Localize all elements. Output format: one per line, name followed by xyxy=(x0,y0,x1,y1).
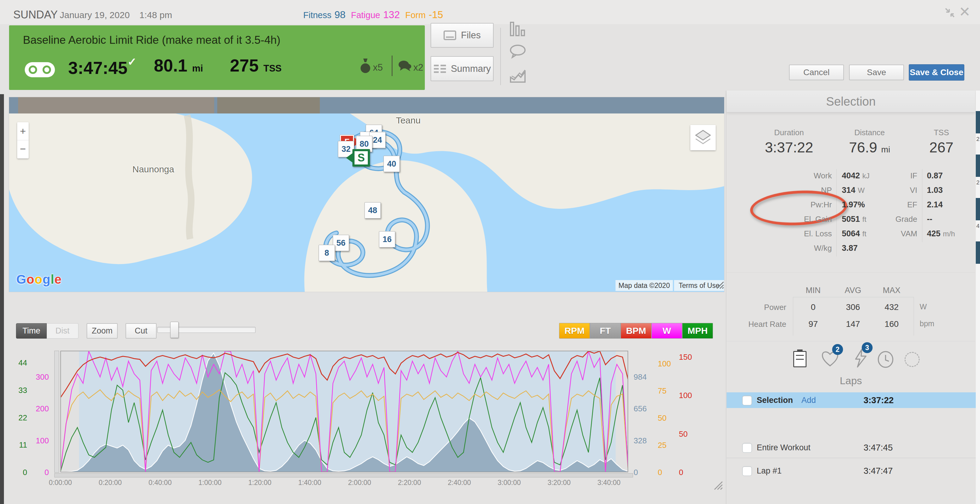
map-resize-handle[interactable] xyxy=(716,281,724,289)
channel-toggle-w[interactable]: W xyxy=(652,323,682,338)
lap1-checkbox[interactable] xyxy=(742,466,752,476)
attachments-icon[interactable] xyxy=(360,58,371,74)
x-axis-label: 1:00:00 xyxy=(190,478,230,487)
notes-tab[interactable] xyxy=(793,351,807,367)
fitness-value: 98 xyxy=(334,9,345,21)
stat-value-work: 4042kJ xyxy=(842,170,870,182)
route-map[interactable]: + − Google Map data ©2020 Terms of Use 6… xyxy=(9,97,724,292)
summary-label: Summary xyxy=(451,63,491,74)
stat-value-elloss: 5064ft xyxy=(842,228,866,239)
axis-tick-heart_rate_bpm: 150 xyxy=(679,352,698,362)
map-zoom-control[interactable]: + − xyxy=(17,122,29,158)
files-label: Files xyxy=(461,30,480,41)
chart-left-rail[interactable] xyxy=(54,351,59,473)
banner-duration: 3:47:45✓ xyxy=(68,56,137,78)
banner-tss: 275 TSS xyxy=(230,56,282,75)
lap-row-1[interactable]: Lap #1 3:47:47 xyxy=(727,463,980,479)
extra-metric-tab[interactable] xyxy=(905,352,920,367)
axis-tick-cadence_rpm: 0 xyxy=(658,467,676,477)
workout-graph[interactable] xyxy=(60,351,628,472)
stat-value-wkg: 3.87 xyxy=(842,242,858,254)
page-time: 1:48 pm xyxy=(139,10,172,20)
stat-value-grade: -- xyxy=(927,213,932,225)
google-logo[interactable]: Google xyxy=(16,272,62,287)
chart-bottom-rail[interactable] xyxy=(54,473,633,477)
stat-value-vam: 425m/h xyxy=(927,228,955,239)
channel-toggle-mph[interactable]: MPH xyxy=(682,323,713,338)
map-mile-marker-56[interactable]: 56 xyxy=(333,235,349,251)
selection-row-label: Selection xyxy=(757,392,793,408)
axis-tick-power_w: 200 xyxy=(30,404,49,413)
bolt-badge: 3 xyxy=(862,342,873,353)
page-day: SUNDAY xyxy=(13,8,57,21)
files-button[interactable]: Files xyxy=(431,23,494,48)
cut-button[interactable]: Cut xyxy=(126,323,157,339)
lap-row-selection[interactable]: Selection Add 3:37:22 xyxy=(727,392,980,408)
lap-row-entire-workout[interactable]: Entire Workout 3:47:45 xyxy=(727,439,980,456)
map-mile-marker-16[interactable]: 16 xyxy=(379,231,395,247)
channel-toggle-bpm[interactable]: BPM xyxy=(621,323,651,338)
heartrate-unit: bpm xyxy=(920,319,934,328)
heartrate-max: 160 xyxy=(875,319,908,330)
fitness-label: Fitness xyxy=(303,10,331,20)
map-mile-marker-8[interactable]: 8 xyxy=(319,245,335,261)
map-layers-control[interactable] xyxy=(690,125,716,150)
map-mile-marker-48[interactable]: 48 xyxy=(364,202,381,219)
stat-label-work: Work xyxy=(742,170,832,182)
fatigue-label: Fatigue xyxy=(351,10,380,20)
toolbar-divider xyxy=(500,28,501,85)
stat-label-pwhr: Pw:Hr xyxy=(742,199,832,211)
stat-label-vam: VAM xyxy=(870,228,917,239)
comments-icon[interactable] xyxy=(398,59,412,72)
stat-value-ef: 2.14 xyxy=(927,199,943,211)
x-axis-label: 2:00:00 xyxy=(340,478,379,487)
selection-checkbox[interactable] xyxy=(742,396,752,405)
axis-tick-speed_mph: 11 xyxy=(9,440,27,450)
summary-button[interactable]: Summary xyxy=(431,56,494,81)
stats-right-divider xyxy=(922,169,923,242)
pace-tab[interactable] xyxy=(877,351,894,368)
x-axis-label: 1:40:00 xyxy=(290,478,329,487)
map-start-marker[interactable]: S xyxy=(352,149,370,167)
banner-distance: 80.1 mi xyxy=(154,56,203,75)
workout-banner[interactable]: Baseline Aerobic Limit Ride (make meat o… xyxy=(9,26,425,90)
selection-add-link[interactable]: Add xyxy=(801,392,816,408)
axis-tick-elevation_ft: 656 xyxy=(634,404,660,413)
channel-toggle-rpm[interactable]: RPM xyxy=(559,323,590,338)
area-chart-icon[interactable] xyxy=(509,67,526,83)
bar-chart-icon[interactable] xyxy=(509,21,526,37)
axis-tick-cadence_rpm: 25 xyxy=(658,440,676,450)
channel-toggle-group: RPMFTBPMWMPH xyxy=(559,323,713,339)
map-zoom-in[interactable]: + xyxy=(17,122,29,140)
panel-divider xyxy=(726,91,726,504)
cancel-button[interactable]: Cancel xyxy=(789,65,844,80)
collapse-icon[interactable] xyxy=(944,6,956,19)
heartrate-avg: 147 xyxy=(836,319,870,330)
entire-workout-checkbox[interactable] xyxy=(742,443,752,453)
map-mile-marker-40[interactable]: 40 xyxy=(383,156,400,172)
minmax-top-line xyxy=(793,297,914,297)
stat-label-ef: EF xyxy=(870,199,917,211)
axis-tick-heart_rate_bpm: 0 xyxy=(679,467,698,477)
zoom-button[interactable]: Zoom xyxy=(87,323,118,339)
selection-row-time: 3:37:22 xyxy=(864,392,894,408)
save-close-button[interactable]: Save & Close xyxy=(909,64,964,81)
x-axis-label: 0:20:00 xyxy=(91,478,130,487)
map-zoom-out[interactable]: − xyxy=(17,140,29,158)
close-icon[interactable]: ✕ xyxy=(959,4,970,20)
comment-bubble-icon[interactable] xyxy=(509,44,526,59)
dist-mode-button[interactable]: Dist xyxy=(47,323,78,339)
channel-toggle-ft[interactable]: FT xyxy=(590,323,620,338)
time-mode-button[interactable]: Time xyxy=(16,323,47,339)
stat-value-if: 0.87 xyxy=(927,170,943,182)
summary-tss: TSS 267 xyxy=(911,128,972,156)
power-avg: 306 xyxy=(836,302,870,313)
save-button[interactable]: Save xyxy=(849,65,904,80)
zoom-slider-handle[interactable] xyxy=(170,322,179,338)
stat-label-elloss: El. Loss xyxy=(742,228,832,239)
axis-tick-power_w: 300 xyxy=(30,372,49,382)
page-resize-handle[interactable] xyxy=(713,480,723,490)
stat-value-pwhr: 1.97% xyxy=(842,199,865,211)
notes-icon xyxy=(796,355,804,356)
laps-title: Laps xyxy=(727,375,975,387)
